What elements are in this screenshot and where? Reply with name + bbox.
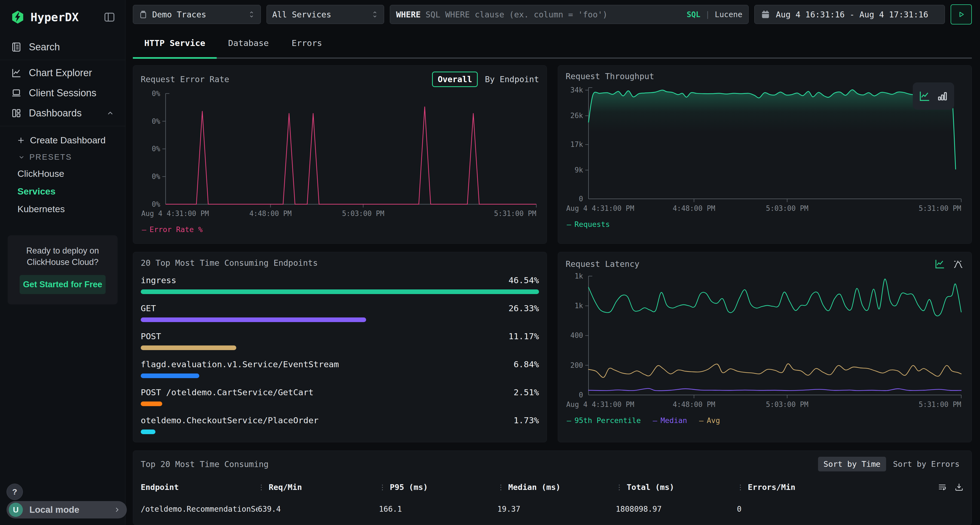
search-placeholder: SQL WHERE clause (ex. column = 'foo') — [425, 10, 682, 19]
wrap-text-icon[interactable] — [937, 482, 947, 492]
sidebar-preset-services[interactable]: Services — [0, 182, 125, 200]
tab-http-service[interactable]: HTTP Service — [133, 29, 217, 59]
svg-text:0%: 0% — [152, 117, 160, 125]
language-lucene-toggle[interactable]: Lucene — [715, 10, 742, 19]
app-root: HyperDX Search Chart Explorer Client Ses… — [0, 0, 980, 525]
endpoint-value: 1.73% — [514, 416, 539, 425]
endpoint-label: flagd.evaluation.v1.Service/EventStream — [141, 359, 514, 369]
sidebar-item-search[interactable]: Search — [0, 37, 125, 57]
column-header-req-min[interactable]: ⋮Req/Min — [258, 482, 379, 492]
svg-text:5:03:00 PM: 5:03:00 PM — [766, 400, 808, 409]
bar-chart-icon[interactable] — [936, 90, 949, 102]
column-header-endpoint[interactable]: Endpoint — [141, 482, 258, 492]
sidebar: HyperDX Search Chart Explorer Client Ses… — [0, 0, 126, 525]
sidebar-item-label: Client Sessions — [29, 87, 96, 99]
sidebar-preset-clickhouse[interactable]: ClickHouse — [0, 165, 125, 182]
panel-title: Request Throughput — [566, 71, 964, 81]
column-header-p95-ms-[interactable]: ⋮P95 (ms) — [379, 482, 497, 492]
sidebar-item-chart-explorer[interactable]: Chart Explorer — [0, 63, 125, 83]
table-row[interactable]: /oteldemo.RecommendationServ639.4166.119… — [141, 504, 964, 514]
table-toolbar-icons — [855, 482, 964, 492]
endpoint-label: POST /oteldemo.CartService/GetCart — [141, 387, 514, 397]
svg-text:5:03:00 PM: 5:03:00 PM — [342, 209, 384, 217]
svg-text:Aug 4 4:31:00 PM: Aug 4 4:31:00 PM — [141, 209, 209, 217]
run-query-button[interactable] — [951, 4, 972, 24]
drag-handle-icon[interactable]: ⋮ — [616, 483, 623, 491]
endpoint-row[interactable]: oteldemo.CheckoutService/PlaceOrder1.73% — [141, 416, 539, 425]
svg-text:0: 0 — [579, 195, 583, 203]
hyperdx-logo-icon — [10, 10, 25, 24]
column-header-total-ms-[interactable]: ⋮Total (ms) — [616, 482, 737, 492]
tab-database[interactable]: Database — [217, 29, 280, 59]
error-rate-chart: 0%0%0%0%0%Aug 4 4:31:00 PM4:48:00 PM5:03… — [141, 89, 539, 221]
svg-text:26k: 26k — [570, 111, 583, 120]
database-icon — [138, 10, 148, 19]
sidebar-preset-kubernetes[interactable]: Kubernetes — [0, 200, 125, 218]
app-title[interactable]: HyperDX — [30, 11, 103, 24]
time-range-picker[interactable]: Aug 4 16:31:16 - Aug 4 17:31:16 — [754, 5, 945, 24]
get-started-button[interactable]: Get Started for Free — [20, 275, 106, 294]
endpoint-row[interactable]: ingress46.54% — [141, 275, 539, 285]
sidebar-item-label: Search — [29, 41, 60, 53]
sidebar-item-dashboards[interactable]: Dashboards — [0, 103, 125, 123]
endpoint-row[interactable]: POST /oteldemo.CartService/GetCart2.51% — [141, 387, 539, 397]
histogram-icon[interactable] — [953, 258, 964, 270]
download-icon[interactable] — [954, 482, 964, 492]
endpoint-row[interactable]: GET26.33% — [141, 303, 539, 313]
drag-handle-icon[interactable]: ⋮ — [497, 483, 504, 491]
panel-title: 20 Top Most Time Consuming Endpoints — [141, 258, 539, 268]
tab-errors[interactable]: Errors — [280, 29, 334, 59]
where-keyword: WHERE — [396, 10, 421, 19]
drag-handle-icon[interactable]: ⋮ — [258, 483, 265, 491]
endpoint-list: ingress46.54%GET26.33%POST11.17%flagd.ev… — [141, 275, 539, 442]
table-cell: 19.37 — [497, 504, 616, 514]
svg-text:4:48:00 PM: 4:48:00 PM — [673, 204, 715, 213]
latency-legend: —95th Percentile—Median—Avg — [567, 416, 964, 425]
panel-request-latency: Request Latency 1k1k4002000Aug 4 4:31:00… — [558, 252, 972, 442]
endpoint-row[interactable]: POST11.17% — [141, 331, 539, 341]
promo-line1: Ready to deploy on — [26, 246, 99, 255]
sidebar-item-client-sessions[interactable]: Client Sessions — [0, 83, 125, 103]
endpoint-bar — [141, 430, 539, 434]
by-endpoint-toggle[interactable]: By Endpoint — [485, 75, 539, 84]
sidebar-item-label: Chart Explorer — [29, 67, 92, 79]
presets-section-toggle[interactable]: PRESETS — [0, 149, 125, 165]
line-chart-icon[interactable] — [918, 90, 931, 102]
language-sql-toggle[interactable]: SQL — [687, 10, 700, 19]
svg-text:5:31:00 PM: 5:31:00 PM — [494, 209, 536, 217]
table-cell: 166.1 — [379, 504, 497, 514]
svg-text:1k: 1k — [575, 272, 583, 280]
overall-toggle[interactable]: Overall — [432, 71, 478, 87]
endpoint-row[interactable]: flagd.evaluation.v1.Service/EventStream6… — [141, 359, 539, 369]
table-cell: 1808098.97 — [616, 504, 737, 514]
sort-by-errors-button[interactable]: Sort by Errors — [889, 457, 964, 471]
topbar: Demo Traces All Services WHERE SQL WHERE… — [126, 0, 980, 29]
endpoint-value: 2.51% — [514, 387, 539, 397]
svg-text:200: 200 — [570, 361, 583, 370]
table-body: /oteldemo.RecommendationServ639.4166.119… — [141, 504, 964, 514]
dashboard-content: Request Error Rate Overall By Endpoint 0… — [126, 59, 980, 525]
drag-handle-icon[interactable]: ⋮ — [737, 483, 744, 491]
drag-handle-icon[interactable]: ⋮ — [379, 483, 386, 491]
panel-title: Request Error Rate — [141, 75, 432, 84]
local-mode-pill[interactable]: U Local mode — [6, 501, 127, 519]
create-dashboard-label: Create Dashboard — [30, 135, 106, 146]
where-search-input[interactable]: WHERE SQL WHERE clause (ex. column = 'fo… — [390, 5, 749, 24]
panel-request-throughput: Request Throughput 34k26k17k9k0Aug 4 4:3… — [558, 65, 972, 244]
collapse-sidebar-icon[interactable] — [103, 11, 115, 23]
create-dashboard-button[interactable]: Create Dashboard — [0, 131, 125, 149]
help-button[interactable]: ? — [6, 484, 23, 500]
svg-text:0%: 0% — [152, 200, 160, 208]
column-header-errors-min[interactable]: ⋮Errors/Min — [737, 482, 855, 492]
column-header-median-ms-[interactable]: ⋮Median (ms) — [497, 482, 616, 492]
service-select[interactable]: All Services — [267, 5, 384, 24]
sort-by-time-button[interactable]: Sort by Time — [818, 457, 886, 471]
divider — [0, 60, 125, 60]
legend-item: —Avg — [699, 416, 720, 425]
line-chart-icon[interactable] — [934, 258, 945, 270]
panel-top-20-table: Top 20 Most Time Consuming Sort by Time … — [133, 450, 972, 525]
calendar-icon — [760, 10, 770, 19]
throughput-chart: 34k26k17k9k0Aug 4 4:31:00 PM4:48:00 PM5:… — [566, 83, 964, 216]
sidebar-item-label: Dashboards — [29, 108, 99, 119]
source-select[interactable]: Demo Traces — [133, 5, 261, 24]
